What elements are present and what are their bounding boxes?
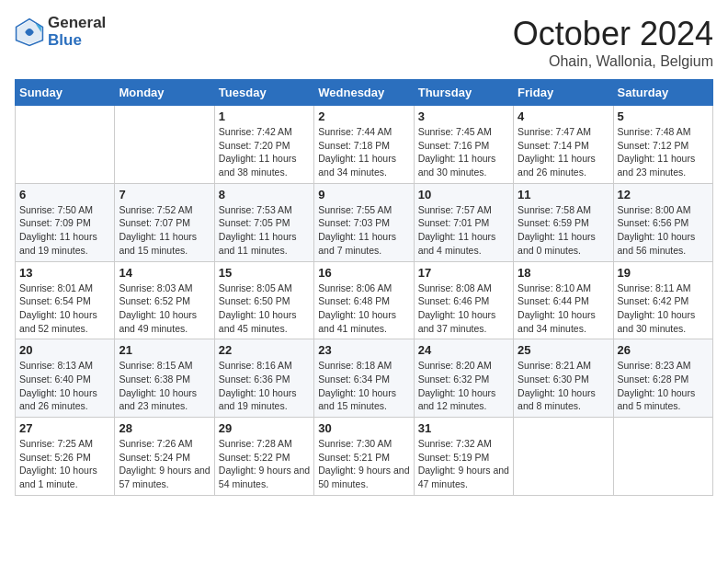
- day-number: 27: [19, 421, 110, 435]
- day-info: Sunrise: 7:53 AMSunset: 7:05 PMDaylight:…: [219, 203, 310, 258]
- day-info: Sunrise: 7:57 AMSunset: 7:01 PMDaylight:…: [418, 203, 509, 258]
- weekday-header-sunday: Sunday: [16, 80, 115, 106]
- calendar-cell: [16, 106, 115, 184]
- calendar-cell: [514, 418, 613, 496]
- calendar-cell: 31 Sunrise: 7:32 AMSunset: 5:19 PMDaylig…: [414, 418, 513, 496]
- day-info: Sunrise: 8:21 AMSunset: 6:30 PMDaylight:…: [518, 359, 609, 413]
- day-info: Sunrise: 8:11 AMSunset: 6:42 PMDaylight:…: [618, 282, 709, 336]
- day-info: Sunrise: 8:06 AMSunset: 6:48 PMDaylight:…: [318, 282, 409, 336]
- day-info: Sunrise: 7:42 AMSunset: 7:20 PMDaylight:…: [219, 125, 310, 179]
- day-info: Sunrise: 7:30 AMSunset: 5:21 PMDaylight:…: [318, 437, 409, 491]
- day-info: Sunrise: 7:47 AMSunset: 7:14 PMDaylight:…: [518, 125, 609, 179]
- day-info: Sunrise: 8:20 AMSunset: 6:32 PMDaylight:…: [418, 359, 509, 413]
- logo: General Blue: [15, 15, 106, 49]
- calendar-body: 1 Sunrise: 7:42 AMSunset: 7:20 PMDayligh…: [16, 106, 713, 496]
- calendar-week-5: 27 Sunrise: 7:25 AMSunset: 5:26 PMDaylig…: [16, 418, 713, 496]
- calendar-week-1: 1 Sunrise: 7:42 AMSunset: 7:20 PMDayligh…: [16, 106, 713, 184]
- day-info: Sunrise: 8:05 AMSunset: 6:50 PMDaylight:…: [219, 282, 310, 336]
- day-number: 11: [518, 188, 609, 201]
- calendar-cell: 26 Sunrise: 8:23 AMSunset: 6:28 PMDaylig…: [613, 339, 712, 418]
- day-info: Sunrise: 8:00 AMSunset: 6:56 PMDaylight:…: [618, 203, 709, 258]
- calendar-cell: 21 Sunrise: 8:15 AMSunset: 6:38 PMDaylig…: [115, 339, 214, 418]
- calendar-week-3: 13 Sunrise: 8:01 AMSunset: 6:54 PMDaylig…: [16, 261, 713, 339]
- calendar-header-row: SundayMondayTuesdayWednesdayThursdayFrid…: [16, 80, 713, 106]
- logo-icon: [15, 17, 44, 47]
- day-number: 1: [219, 109, 310, 123]
- day-info: Sunrise: 8:18 AMSunset: 6:34 PMDaylight:…: [318, 359, 409, 413]
- day-info: Sunrise: 8:01 AMSunset: 6:54 PMDaylight:…: [19, 282, 110, 336]
- weekday-header-wednesday: Wednesday: [314, 80, 414, 106]
- calendar-cell: 27 Sunrise: 7:25 AMSunset: 5:26 PMDaylig…: [16, 418, 115, 496]
- calendar-cell: 22 Sunrise: 8:16 AMSunset: 6:36 PMDaylig…: [214, 339, 313, 418]
- calendar-cell: 18 Sunrise: 8:10 AMSunset: 6:44 PMDaylig…: [514, 261, 613, 339]
- day-number: 2: [318, 109, 409, 123]
- day-number: 4: [518, 109, 609, 123]
- page-header: General Blue October 2024 Ohain, Walloni…: [15, 15, 713, 70]
- calendar-cell: [613, 418, 712, 496]
- day-info: Sunrise: 7:55 AMSunset: 7:03 PMDaylight:…: [318, 203, 409, 258]
- day-number: 19: [618, 266, 709, 280]
- logo-text-blue: Blue: [48, 32, 106, 50]
- calendar-cell: 17 Sunrise: 8:08 AMSunset: 6:46 PMDaylig…: [414, 261, 513, 339]
- day-number: 31: [418, 421, 509, 435]
- day-number: 21: [119, 343, 210, 357]
- day-number: 29: [219, 421, 310, 435]
- day-number: 10: [418, 188, 509, 201]
- calendar-cell: 19 Sunrise: 8:11 AMSunset: 6:42 PMDaylig…: [613, 261, 712, 339]
- calendar-cell: 28 Sunrise: 7:26 AMSunset: 5:24 PMDaylig…: [115, 418, 214, 496]
- day-number: 17: [418, 266, 509, 280]
- day-number: 5: [618, 109, 709, 123]
- day-number: 13: [19, 266, 110, 280]
- calendar-cell: 10 Sunrise: 7:57 AMSunset: 7:01 PMDaylig…: [414, 183, 513, 261]
- day-info: Sunrise: 7:58 AMSunset: 6:59 PMDaylight:…: [518, 203, 609, 258]
- calendar-cell: 4 Sunrise: 7:47 AMSunset: 7:14 PMDayligh…: [514, 106, 613, 184]
- logo-text-general: General: [48, 15, 106, 32]
- day-number: 20: [19, 343, 110, 357]
- weekday-header-thursday: Thursday: [414, 80, 513, 106]
- calendar-cell: 23 Sunrise: 8:18 AMSunset: 6:34 PMDaylig…: [314, 339, 414, 418]
- calendar-cell: 7 Sunrise: 7:52 AMSunset: 7:07 PMDayligh…: [115, 183, 214, 261]
- day-number: 6: [19, 188, 110, 201]
- calendar-cell: 20 Sunrise: 8:13 AMSunset: 6:40 PMDaylig…: [16, 339, 115, 418]
- day-info: Sunrise: 8:08 AMSunset: 6:46 PMDaylight:…: [418, 282, 509, 336]
- day-info: Sunrise: 8:13 AMSunset: 6:40 PMDaylight:…: [19, 359, 110, 413]
- calendar-cell: [115, 106, 214, 184]
- day-number: 25: [518, 343, 609, 357]
- title-block: October 2024 Ohain, Wallonia, Belgium: [513, 15, 713, 70]
- day-number: 15: [219, 266, 310, 280]
- day-info: Sunrise: 7:50 AMSunset: 7:09 PMDaylight:…: [19, 203, 110, 258]
- weekday-header-saturday: Saturday: [613, 80, 712, 106]
- day-number: 8: [219, 188, 310, 201]
- calendar-cell: 5 Sunrise: 7:48 AMSunset: 7:12 PMDayligh…: [613, 106, 712, 184]
- location-title: Ohain, Wallonia, Belgium: [513, 53, 713, 70]
- calendar-week-4: 20 Sunrise: 8:13 AMSunset: 6:40 PMDaylig…: [16, 339, 713, 418]
- day-info: Sunrise: 8:03 AMSunset: 6:52 PMDaylight:…: [119, 282, 210, 336]
- weekday-header-tuesday: Tuesday: [214, 80, 313, 106]
- day-info: Sunrise: 8:10 AMSunset: 6:44 PMDaylight:…: [518, 282, 609, 336]
- calendar-cell: 29 Sunrise: 7:28 AMSunset: 5:22 PMDaylig…: [214, 418, 313, 496]
- calendar-cell: 11 Sunrise: 7:58 AMSunset: 6:59 PMDaylig…: [514, 183, 613, 261]
- day-info: Sunrise: 8:15 AMSunset: 6:38 PMDaylight:…: [119, 359, 210, 413]
- day-number: 9: [318, 188, 409, 201]
- calendar-cell: 15 Sunrise: 8:05 AMSunset: 6:50 PMDaylig…: [214, 261, 313, 339]
- calendar-cell: 1 Sunrise: 7:42 AMSunset: 7:20 PMDayligh…: [214, 106, 313, 184]
- day-info: Sunrise: 7:32 AMSunset: 5:19 PMDaylight:…: [418, 437, 509, 491]
- day-number: 3: [418, 109, 509, 123]
- day-info: Sunrise: 8:16 AMSunset: 6:36 PMDaylight:…: [219, 359, 310, 413]
- day-number: 16: [318, 266, 409, 280]
- calendar-cell: 8 Sunrise: 7:53 AMSunset: 7:05 PMDayligh…: [214, 183, 313, 261]
- day-info: Sunrise: 7:45 AMSunset: 7:16 PMDaylight:…: [418, 125, 509, 179]
- month-title: October 2024: [513, 15, 713, 53]
- calendar-week-2: 6 Sunrise: 7:50 AMSunset: 7:09 PMDayligh…: [16, 183, 713, 261]
- calendar-cell: 6 Sunrise: 7:50 AMSunset: 7:09 PMDayligh…: [16, 183, 115, 261]
- weekday-header-monday: Monday: [115, 80, 214, 106]
- day-info: Sunrise: 7:25 AMSunset: 5:26 PMDaylight:…: [19, 437, 110, 491]
- calendar-cell: 24 Sunrise: 8:20 AMSunset: 6:32 PMDaylig…: [414, 339, 513, 418]
- day-number: 23: [318, 343, 409, 357]
- day-number: 24: [418, 343, 509, 357]
- calendar-cell: 2 Sunrise: 7:44 AMSunset: 7:18 PMDayligh…: [314, 106, 414, 184]
- calendar-cell: 12 Sunrise: 8:00 AMSunset: 6:56 PMDaylig…: [613, 183, 712, 261]
- day-number: 26: [618, 343, 709, 357]
- day-info: Sunrise: 8:23 AMSunset: 6:28 PMDaylight:…: [618, 359, 709, 413]
- day-info: Sunrise: 7:44 AMSunset: 7:18 PMDaylight:…: [318, 125, 409, 179]
